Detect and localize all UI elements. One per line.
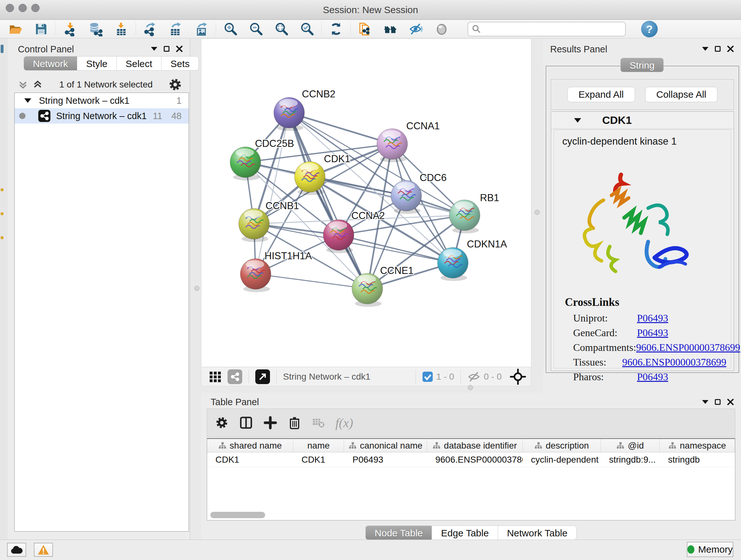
left-splitter-handle[interactable] <box>194 286 199 291</box>
network-canvas[interactable]: CCNB2CCNA1CDC25BCDK1CDC6RB1CCNB1CCNA2CDK… <box>201 39 531 367</box>
table-panel-float-button[interactable] <box>715 399 721 405</box>
birdseye-navigator-icon[interactable] <box>510 369 526 385</box>
node-CCNE1[interactable]: CCNE1 <box>352 265 414 307</box>
export-table-icon[interactable] <box>169 22 183 37</box>
node-CCNB1[interactable]: CCNB1 <box>239 200 299 242</box>
cell-name[interactable]: CDK1 <box>293 452 344 467</box>
table-panel-close-icon[interactable] <box>727 398 734 406</box>
section-collapse-icon[interactable] <box>574 118 581 123</box>
tab-network-table[interactable]: Network Table <box>498 525 577 540</box>
expand-all-button[interactable]: Expand All <box>567 87 635 102</box>
crosslink-link-tissues-[interactable]: 9606.ENSP00000378699 <box>622 356 726 368</box>
node-CDC6[interactable]: CDC6 <box>391 172 447 214</box>
show-columns-icon[interactable] <box>239 416 253 430</box>
zoom-selected-icon[interactable] <box>300 22 314 37</box>
crosslink-link-uniprot-[interactable]: P06493 <box>637 312 668 324</box>
right-splitter-handle[interactable] <box>535 210 540 215</box>
search-input[interactable] <box>482 24 616 34</box>
column-header--id[interactable]: @id <box>601 439 660 452</box>
control-panel-close-icon[interactable] <box>176 45 183 52</box>
memory-status-dot <box>687 545 694 554</box>
warnings-button[interactable] <box>34 543 53 557</box>
show-eye-icon[interactable] <box>434 22 449 37</box>
collapse-all-icon[interactable] <box>17 78 29 91</box>
hidden-eye-icon[interactable] <box>467 370 481 383</box>
collection-collapse-icon[interactable] <box>24 98 31 103</box>
cell-database-identifier[interactable]: 9606.ENSP00000378699 <box>427 452 523 467</box>
memory-button[interactable]: Memory <box>687 542 733 557</box>
node-CDC25B[interactable]: CDC25B <box>230 138 294 180</box>
network-share-view-icon[interactable] <box>227 369 242 384</box>
tab-style[interactable]: Style <box>77 56 117 71</box>
network-collection-row[interactable]: String Network – cdk1 1 <box>15 93 189 108</box>
node-CDKN1A[interactable]: CDKN1A <box>437 239 507 281</box>
cdk1-section-header[interactable]: CDK1 <box>551 112 734 129</box>
column-header-name[interactable]: name <box>293 439 344 452</box>
zoom-fit-icon[interactable] <box>274 22 289 37</box>
table-settings-gear-icon[interactable] <box>215 416 229 430</box>
node-CCNA2[interactable]: CCNA2 <box>323 210 385 253</box>
detach-view-button[interactable] <box>255 369 270 384</box>
column-header-namespace[interactable]: namespace <box>660 439 735 452</box>
bottom-splitter-handle[interactable] <box>468 385 473 390</box>
crosslink-link-compartments-[interactable]: 9606.ENSP00000378699 <box>636 341 740 354</box>
import-network-from-database-icon[interactable] <box>88 22 103 37</box>
share-document-icon[interactable] <box>358 22 373 37</box>
collapse-all-button[interactable]: Collapse All <box>645 87 718 102</box>
cell-description[interactable]: cyclin-dependent ... <box>523 452 601 467</box>
edge-CCNB2-CCNA1[interactable] <box>289 113 392 144</box>
table-row[interactable]: CDK1CDK1P064939606.ENSP00000378699cyclin… <box>207 452 735 467</box>
import-network-icon[interactable] <box>63 22 77 37</box>
export-network-icon[interactable] <box>143 22 158 37</box>
help-button[interactable]: ? <box>641 21 658 37</box>
tab-select[interactable]: Select <box>117 56 161 71</box>
delete-column-icon[interactable] <box>287 416 301 430</box>
crosslink-link-pharos-[interactable]: P06493 <box>637 371 668 383</box>
column-header-shared-name[interactable]: shared name <box>207 439 293 452</box>
column-header-canonical-name[interactable]: canonical name <box>344 439 427 452</box>
expand-all-icon[interactable] <box>31 78 44 91</box>
node-HIST1H1A[interactable]: HIST1H1A <box>240 250 312 292</box>
tab-network[interactable]: Network <box>23 56 77 71</box>
tab-string[interactable]: String <box>620 58 664 72</box>
column-header-description[interactable]: description <box>523 439 601 452</box>
column-type-icon <box>432 442 441 450</box>
cell-namespace[interactable]: stringdb <box>660 452 735 467</box>
save-session-icon[interactable] <box>34 22 49 37</box>
import-table-icon[interactable] <box>114 22 129 37</box>
node-RB1[interactable]: RB1 <box>449 192 499 233</box>
cloud-button[interactable] <box>7 543 26 557</box>
hide-eye-icon[interactable] <box>409 22 423 37</box>
cell-canonical-name[interactable]: P06493 <box>344 452 427 467</box>
add-column-icon[interactable] <box>263 416 277 430</box>
selected-checkbox-icon[interactable] <box>422 371 433 382</box>
search-box <box>468 22 626 37</box>
zoom-out-icon[interactable] <box>249 22 263 37</box>
cell-shared-name[interactable]: CDK1 <box>207 452 293 467</box>
results-panel-close-icon[interactable] <box>727 45 734 52</box>
network-row-selected[interactable]: String Network – cdk1 11 48 <box>15 108 189 124</box>
results-panel-menu-button[interactable] <box>702 47 709 51</box>
refresh-icon[interactable] <box>329 22 343 37</box>
edge-CCNB2-HIST1H1A[interactable] <box>256 113 289 274</box>
control-panel-menu-button[interactable] <box>151 47 157 51</box>
open-session-icon[interactable] <box>8 22 23 37</box>
horizontal-scrollbar[interactable] <box>210 512 265 518</box>
edge-CCNE1-HIST1H1A[interactable] <box>256 274 367 289</box>
grid-view-icon[interactable] <box>208 370 222 384</box>
crosslink-link-genecard-[interactable]: P06493 <box>637 327 668 339</box>
table-panel-menu-button[interactable] <box>702 400 709 404</box>
results-panel-float-button[interactable] <box>715 46 721 52</box>
tab-node-table[interactable]: Node Table <box>365 525 432 540</box>
control-panel-float-button[interactable] <box>164 46 170 52</box>
gear-icon[interactable] <box>168 77 183 92</box>
node-CCNA1[interactable]: CCNA1 <box>377 120 440 162</box>
zoom-in-icon[interactable] <box>223 22 238 37</box>
edge-CCNB2-CCNE1[interactable] <box>289 113 367 289</box>
tab-sets[interactable]: Sets <box>161 56 199 71</box>
column-header-database-identifier[interactable]: database identifier <box>427 439 523 452</box>
cell--id[interactable]: stringdb:9... <box>601 452 660 467</box>
home-networks-icon[interactable] <box>383 22 398 37</box>
tab-edge-table[interactable]: Edge Table <box>432 525 498 540</box>
export-image-icon[interactable] <box>194 22 209 37</box>
